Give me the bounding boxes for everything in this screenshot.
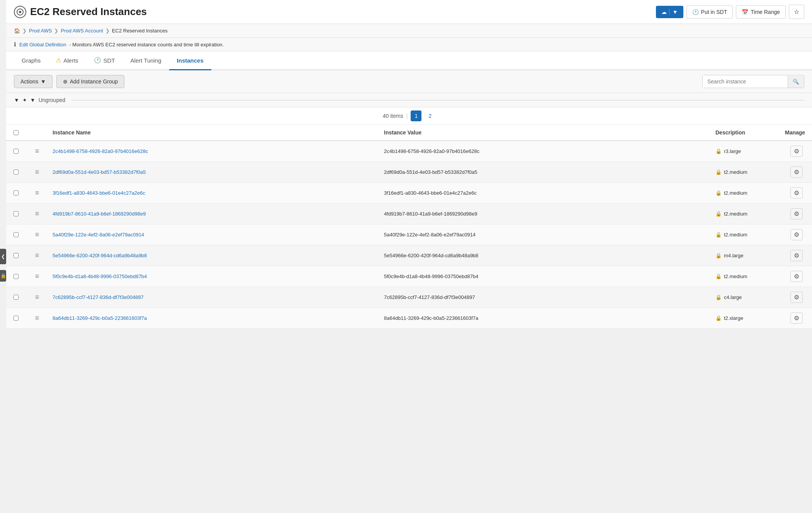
table-row: ≡ 3f16edf1-a830-4643-bbe6-01e4c27a2e6c 3… <box>6 183 812 204</box>
row-drag-7[interactable]: ≡ <box>25 289 49 306</box>
sdt-tab-icon: 🕐 <box>94 57 101 64</box>
manage-gear-button-4[interactable]: ⚙ <box>790 229 803 240</box>
group-icon: ✦ <box>22 97 27 103</box>
tab-graphs[interactable]: Graphs <box>14 52 48 70</box>
manage-gear-button-5[interactable]: ⚙ <box>790 250 803 261</box>
row-select-2[interactable] <box>14 190 19 195</box>
instance-link-5[interactable]: 5e54966e-6200-420f-964d-cd6a9b48a9b8 <box>53 253 147 258</box>
put-in-sdt-button[interactable]: 🕐 Put in SDT <box>686 5 733 19</box>
sidebar-lock[interactable]: 🔒 <box>0 270 6 282</box>
row-select-0[interactable] <box>14 149 19 154</box>
tab-instances-label: Instances <box>177 57 204 64</box>
instance-link-1[interactable]: 2df69d0a-551d-4e03-bd57-b53382d7f0a5 <box>53 169 146 175</box>
row-drag-5[interactable]: ≡ <box>25 247 49 264</box>
tab-alert-tuning[interactable]: Alert Tuning <box>123 52 169 70</box>
instance-link-3[interactable]: 4fd919b7-8610-41a9-b6ef-1869290d98e9 <box>53 211 146 217</box>
tab-alerts[interactable]: ⚠ Alerts <box>48 51 86 70</box>
home-icon[interactable]: 🏠 <box>14 28 20 34</box>
tab-alert-tuning-label: Alert Tuning <box>131 57 161 64</box>
toolbar: Actions ▼ ⊕ Add Instance Group 🔍 <box>6 70 812 93</box>
actions-button[interactable]: Actions ▼ <box>14 75 53 88</box>
tab-graphs-label: Graphs <box>22 57 41 64</box>
row-manage-4: ⚙ <box>781 224 812 245</box>
table-row: ≡ 2df69d0a-551d-4e03-bd57-b53382d7f0a5 2… <box>6 162 812 183</box>
row-checkbox-4 <box>6 228 25 242</box>
row-manage-3: ⚙ <box>781 204 812 224</box>
row-select-8[interactable] <box>14 316 19 321</box>
row-drag-8[interactable]: ≡ <box>25 309 49 327</box>
row-value-7: 7c62895b-ccf7-4127-836d-df7f3e004897 <box>380 290 712 305</box>
deploy-button[interactable]: ☁ ▼ <box>656 6 683 18</box>
instance-link-7[interactable]: 7c62895b-ccf7-4127-836d-df7f3e004897 <box>53 294 144 300</box>
instance-link-4[interactable]: 5a40f29e-122e-4ef2-8a06-e2ef79ac0914 <box>53 232 144 238</box>
instance-link-6[interactable]: 5f0c9e4b-d1a8-4b48-9996-03750ebd87b4 <box>53 273 147 279</box>
col-drag <box>25 125 49 140</box>
pagination: 40 items | 1 2 <box>6 107 812 125</box>
row-drag-6[interactable]: ≡ <box>25 268 49 285</box>
select-all-checkbox[interactable] <box>14 130 19 135</box>
manage-gear-button-8[interactable]: ⚙ <box>790 313 803 324</box>
time-range-button[interactable]: 📅 Time Range <box>736 5 786 19</box>
table-row: ≡ 5f0c9e4b-d1a8-4b48-9996-03750ebd87b4 5… <box>6 266 812 287</box>
row-select-6[interactable] <box>14 274 19 279</box>
collapse-icon[interactable]: ▼ <box>14 97 19 103</box>
instance-link-0[interactable]: 2c4b1498-6758-4926-82a0-97b4016e628c <box>53 148 148 154</box>
manage-gear-button-3[interactable]: ⚙ <box>790 208 803 219</box>
edit-global-definition-link[interactable]: Edit Global Definition <box>19 42 66 48</box>
row-manage-8: ⚙ <box>781 308 812 328</box>
row-select-5[interactable] <box>14 253 19 258</box>
row-desc-7: 🔒 c4.large <box>712 290 781 305</box>
col-description: Description <box>712 125 781 140</box>
page-2-button[interactable]: 2 <box>425 110 435 121</box>
row-select-1[interactable] <box>14 170 19 175</box>
row-value-6: 5f0c9e4b-d1a8-4b48-9996-03750ebd87b4 <box>380 269 712 284</box>
row-manage-1: ⚙ <box>781 162 812 182</box>
manage-gear-button-6[interactable]: ⚙ <box>790 271 803 282</box>
info-icon: ℹ <box>14 41 16 48</box>
manage-gear-button-0[interactable]: ⚙ <box>790 146 803 157</box>
tab-instances[interactable]: Instances <box>169 52 211 70</box>
row-value-8: 8a64db11-3269-429c-b0a5-223661603f7a <box>380 311 712 326</box>
search-input[interactable] <box>703 75 788 88</box>
row-value-3: 4fd919b7-8610-41a9-b6ef-1869290d98e9 <box>380 206 712 221</box>
row-desc-4: 🔒 t2.medium <box>712 227 781 242</box>
collapse-sub-icon[interactable]: ▼ <box>30 97 36 103</box>
manage-gear-button-2[interactable]: ⚙ <box>790 187 803 199</box>
group-title: Ungrouped <box>39 97 65 103</box>
add-instance-group-button[interactable]: ⊕ Add Instance Group <box>56 75 125 88</box>
row-desc-6: 🔒 t2.medium <box>712 269 781 284</box>
breadcrumb-prod-aws[interactable]: Prod AWS <box>29 28 52 34</box>
row-select-7[interactable] <box>14 295 19 300</box>
tab-sdt[interactable]: 🕐 SDT <box>86 51 123 70</box>
row-select-4[interactable] <box>14 232 19 237</box>
row-name-0: 2c4b1498-6758-4926-82a0-97b4016e628c <box>49 144 380 159</box>
row-drag-0[interactable]: ≡ <box>25 143 49 160</box>
row-drag-2[interactable]: ≡ <box>25 184 49 202</box>
row-drag-4[interactable]: ≡ <box>25 226 49 243</box>
row-name-2: 3f16edf1-a830-4643-bbe6-01e4c27a2e6c <box>49 185 380 200</box>
page-1-button[interactable]: 1 <box>411 110 421 121</box>
row-name-7: 7c62895b-ccf7-4127-836d-df7f3e004897 <box>49 290 380 305</box>
instance-link-8[interactable]: 8a64db11-3269-429c-b0a5-223661603f7a <box>53 315 147 321</box>
search-icon: 🔍 <box>793 79 799 85</box>
row-drag-1[interactable]: ≡ <box>25 163 49 181</box>
breadcrumb-prod-account[interactable]: Prod AWS Account <box>61 28 103 34</box>
header-right: ☁ ▼ 🕐 Put in SDT 📅 Time Range ☆ <box>656 5 804 19</box>
row-checkbox-8 <box>6 311 25 325</box>
instance-link-2[interactable]: 3f16edf1-a830-4643-bbe6-01e4c27a2e6c <box>53 190 145 196</box>
row-manage-0: ⚙ <box>781 141 812 161</box>
table-row: ≡ 7c62895b-ccf7-4127-836d-df7f3e004897 7… <box>6 287 812 308</box>
tabs-container: Graphs ⚠ Alerts 🕐 SDT Alert Tuning Insta… <box>6 51 812 70</box>
star-button[interactable]: ☆ <box>789 5 804 19</box>
manage-gear-button-1[interactable]: ⚙ <box>790 166 803 178</box>
deploy-chevron: ▼ <box>669 9 678 15</box>
row-desc-1: 🔒 t2.medium <box>712 165 781 180</box>
sidebar-toggle[interactable]: ❮ <box>0 249 6 264</box>
table-row: ≡ 4fd919b7-8610-41a9-b6ef-1869290d98e9 4… <box>6 204 812 224</box>
row-select-3[interactable] <box>14 211 19 216</box>
row-value-2: 3f16edf1-a830-4643-bbe6-01e4c27a2e6c <box>380 185 712 200</box>
search-button[interactable]: 🔍 <box>788 76 804 88</box>
group-header: ▼ ✦ ▼ Ungrouped <box>6 93 812 107</box>
manage-gear-button-7[interactable]: ⚙ <box>790 292 803 303</box>
row-drag-3[interactable]: ≡ <box>25 205 49 223</box>
